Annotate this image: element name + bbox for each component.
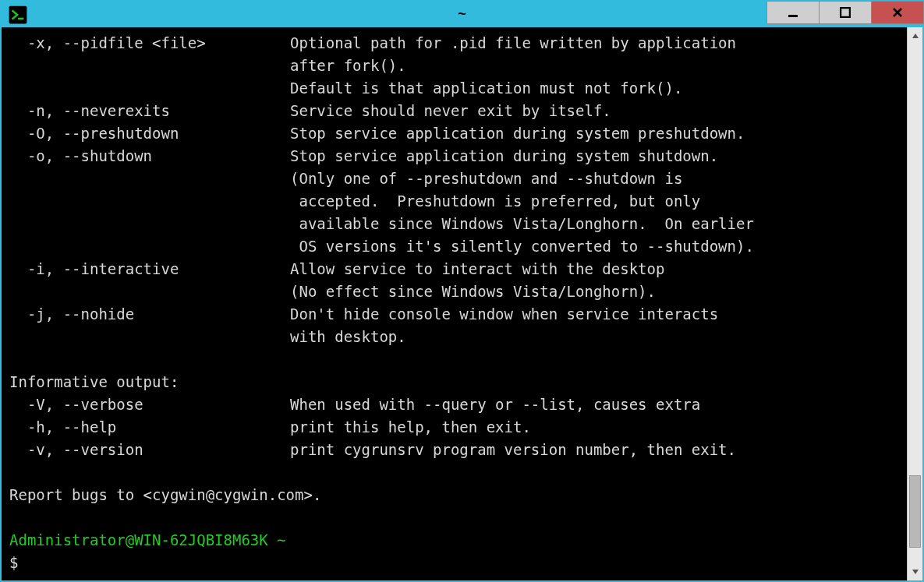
option-flag: -v, --version [9,439,290,461]
option-row: -i, --interactiveAllow service to intera… [9,258,901,280]
maximize-button[interactable] [819,1,872,24]
option-flag: -x, --pidfile <file> [9,32,290,55]
terminal-output[interactable]: -x, --pidfile <file>Optional path for .p… [2,27,907,580]
option-description: print cygrunsrv program version number, … [290,439,901,461]
option-flag: -o, --shutdown [9,145,290,168]
scroll-up-button[interactable] [908,27,922,44]
shell-prompt: Administrator@WIN-62JQBI8M63K ~ [9,529,901,552]
terminal-window: ~ -x, --pidfile <file>Optional path for … [0,0,924,582]
terminal-area: -x, --pidfile <file>Optional path for .p… [2,27,922,580]
scroll-down-button[interactable] [908,563,922,580]
option-flag: -i, --interactive [9,258,290,280]
section-header: Informative output: [9,371,901,393]
option-continuation: after fork(). [9,55,901,77]
option-continuation: available since Windows Vista/Longhorn. … [9,213,901,235]
option-description: print this help, then exit. [290,416,901,439]
option-continuation: (Only one of --preshutdown and --shutdow… [9,168,901,190]
option-continuation: OS versions it's silently converted to -… [9,235,901,258]
option-row: -x, --pidfile <file>Optional path for .p… [9,32,901,55]
option-row: -V, --verboseWhen used with --query or -… [9,393,901,416]
option-continuation: accepted. Preshutdown is preferred, but … [9,190,901,213]
option-flag: -O, --preshutdown [9,122,290,145]
close-button[interactable] [871,1,924,24]
scrollbar-thumb[interactable] [909,475,921,548]
option-row: -o, --shutdownStop service application d… [9,145,901,168]
scrollbar[interactable] [907,27,922,580]
option-continuation: with desktop. [9,326,901,348]
option-description: Stop service application during system p… [290,122,901,145]
option-flag: -V, --verbose [9,393,290,416]
option-continuation: (No effect since Windows Vista/Longhorn)… [9,280,901,303]
option-flag: -h, --help [9,416,290,439]
window-controls [767,1,924,27]
titlebar[interactable]: ~ [2,2,922,27]
report-bugs-line: Report bugs to <cygwin@cygwin.com>. [9,484,901,506]
option-row: -j, --nohideDon't hide console window wh… [9,303,901,326]
option-row: -O, --preshutdownStop service applicatio… [9,122,901,145]
option-continuation: Default is that application must not for… [9,77,901,100]
option-description: Allow service to interact with the deskt… [290,258,901,280]
option-description: Don't hide console window when service i… [290,303,901,326]
option-row: -h, --helpprint this help, then exit. [9,416,901,439]
option-description: Stop service application during system s… [290,145,901,168]
svg-rect-2 [788,15,798,17]
option-row: -v, --versionprint cygrunsrv program ver… [9,439,901,461]
option-description: Optional path for .pid file written by a… [290,32,901,55]
option-flag: -j, --nohide [9,303,290,326]
window-title: ~ [458,6,466,23]
option-flag: -n, --neverexits [9,100,290,122]
svg-rect-3 [841,8,850,17]
option-description: When used with --query or --list, causes… [290,393,901,416]
option-description: Service should never exit by itself. [290,100,901,122]
cygwin-icon [8,5,28,25]
scrollbar-track[interactable] [908,44,922,563]
minimize-button[interactable] [766,1,820,24]
option-row: -n, --neverexitsService should never exi… [9,100,901,122]
shell-prompt-symbol[interactable]: $ [9,552,901,574]
